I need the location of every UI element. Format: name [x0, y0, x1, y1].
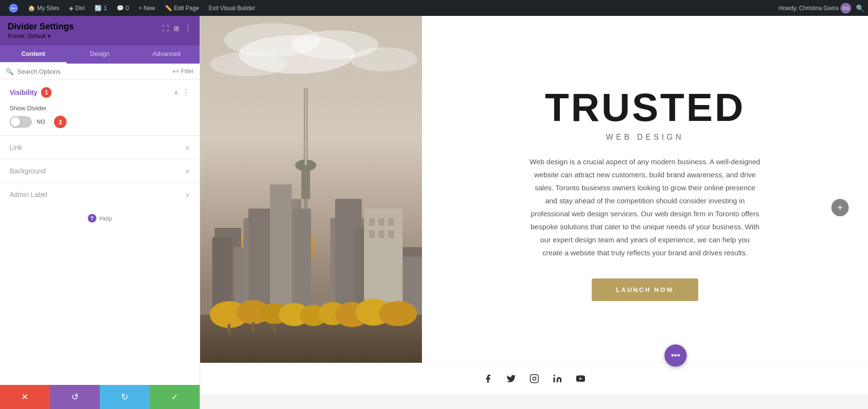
- cancel-icon: ✕: [21, 392, 28, 402]
- link-title: Link: [10, 144, 22, 151]
- tab-advanced[interactable]: Advanced: [133, 45, 200, 64]
- svg-rect-48: [273, 323, 276, 332]
- visibility-section-header[interactable]: Visibility 1 ∧ ⋮: [0, 79, 200, 103]
- floating-menu-button[interactable]: •••: [665, 344, 687, 367]
- exit-builder-label: Exit Visual Builder: [209, 5, 256, 12]
- show-divider-field: Show Divider NO 2: [0, 103, 200, 135]
- hero-subtitle: WEB DESIGN: [606, 133, 684, 142]
- my-sites-btn[interactable]: 🏠 My Sites: [23, 0, 64, 16]
- pencil-icon: ✏️: [165, 5, 172, 12]
- filter-label: + Filter: [176, 68, 194, 75]
- visibility-controls: ∧ ⋮: [174, 89, 190, 96]
- instagram-icon[interactable]: [529, 373, 540, 384]
- show-divider-label: Show Divider: [10, 105, 190, 112]
- search-input[interactable]: [17, 68, 168, 75]
- tab-design[interactable]: Design: [67, 45, 133, 64]
- youtube-icon[interactable]: [575, 373, 586, 384]
- collapse-icon[interactable]: ∧: [174, 89, 178, 96]
- hero-image: [200, 16, 422, 363]
- save-icon: ✓: [171, 392, 178, 402]
- user-greeting: Howdy, Christina Gwira: [779, 5, 839, 12]
- visibility-section: Visibility 1 ∧ ⋮ Show Divider: [0, 79, 200, 135]
- link-chevron-icon: ∨: [185, 144, 190, 151]
- svg-rect-47: [252, 322, 255, 332]
- link-section[interactable]: Link ∨: [0, 135, 200, 159]
- svg-point-1: [13, 7, 14, 9]
- visibility-title: Visibility 1: [10, 87, 52, 98]
- toggle-knob: [11, 117, 20, 127]
- svg-rect-35: [388, 230, 394, 238]
- divi-label: Divi: [75, 5, 85, 12]
- search-icon: 🔍: [6, 68, 14, 75]
- fullscreen-icon[interactable]: ⛶: [162, 25, 169, 32]
- filter-plus-icon: +: [172, 67, 176, 75]
- svg-rect-49: [530, 375, 538, 383]
- svg-rect-34: [379, 230, 384, 238]
- comment-count: 0: [126, 5, 129, 12]
- hero-text-side: TRUSTED WEB DESIGN Web design is a cruci…: [422, 16, 868, 363]
- section-menu-icon[interactable]: ⋮: [182, 89, 190, 96]
- visibility-badge: 1: [41, 87, 52, 98]
- twitter-icon[interactable]: [505, 373, 517, 384]
- update-count: 1: [104, 5, 107, 12]
- divi-btn[interactable]: ◈ Divi: [64, 0, 90, 16]
- svg-rect-46: [228, 324, 231, 334]
- social-bar: [200, 363, 868, 394]
- tabs-row: Content Design Advanced: [0, 45, 200, 64]
- add-element-button[interactable]: +: [831, 199, 849, 216]
- background-chevron-icon: ∨: [185, 168, 190, 175]
- search-icon[interactable]: 🔍: [856, 4, 864, 12]
- admin-label-section[interactable]: Admin Label ∨: [0, 183, 200, 206]
- admin-bar-right: Howdy, Christina Gwira CG 🔍: [779, 3, 864, 13]
- panel-title-group: Divider Settings Preset: Default ▾: [8, 22, 74, 40]
- hero-title: TRUSTED: [545, 88, 745, 127]
- toggle-row: NO 2: [10, 116, 190, 128]
- wp-icon: [9, 3, 18, 13]
- step-2-badge: 2: [54, 116, 67, 128]
- admin-label-chevron-icon: ∨: [185, 191, 190, 198]
- dots-icon: •••: [671, 351, 680, 361]
- svg-point-6: [350, 47, 417, 71]
- house-icon: 🏠: [28, 5, 35, 12]
- panel-preset[interactable]: Preset: Default ▾: [8, 33, 74, 40]
- help-row[interactable]: ? Help: [0, 206, 200, 230]
- background-section[interactable]: Background ∨: [0, 159, 200, 183]
- edit-page-btn[interactable]: ✏️ Edit Page: [160, 0, 204, 16]
- svg-rect-13: [305, 88, 307, 165]
- more-icon[interactable]: ⋮: [184, 24, 192, 33]
- search-bar: 🔍 + + Filter: [0, 64, 200, 79]
- left-panel: Divider Settings Preset: Default ▾ ⛶ ⊞ ⋮…: [0, 16, 200, 409]
- panel-content: Visibility 1 ∧ ⋮ Show Divider: [0, 79, 200, 385]
- bottom-buttons: ✕ ↺ ↻ ✓: [0, 385, 200, 409]
- svg-rect-11: [301, 170, 310, 199]
- filter-button[interactable]: + + Filter: [172, 67, 194, 75]
- launch-button[interactable]: LAUNCH NOW: [592, 278, 698, 301]
- linkedin-icon[interactable]: [552, 373, 563, 384]
- wp-logo-btn[interactable]: [4, 0, 23, 16]
- redo-button[interactable]: ↻: [100, 385, 150, 409]
- layout-icon[interactable]: ⊞: [174, 25, 179, 32]
- show-divider-toggle[interactable]: [10, 116, 32, 128]
- background-title: Background: [10, 167, 46, 175]
- my-sites-label: My Sites: [37, 5, 59, 12]
- tab-content[interactable]: Content: [0, 45, 67, 64]
- svg-rect-30: [369, 218, 375, 226]
- hero-description: Web design is a crucial aspect of any mo…: [529, 155, 761, 259]
- toggle-state-label: NO: [37, 119, 45, 125]
- new-label: + New: [138, 5, 155, 12]
- refresh-icon: 🔄: [95, 5, 102, 12]
- exit-builder-btn[interactable]: Exit Visual Builder: [204, 0, 260, 16]
- cancel-button[interactable]: ✕: [0, 385, 50, 409]
- help-icon: ?: [88, 214, 96, 223]
- svg-point-45: [379, 301, 417, 326]
- redo-icon: ↻: [121, 392, 128, 402]
- undo-icon: ↺: [71, 392, 79, 402]
- facebook-icon[interactable]: [482, 373, 494, 384]
- updates-btn[interactable]: 🔄 1: [90, 0, 112, 16]
- comments-btn[interactable]: 💬 0: [112, 0, 134, 16]
- header-icons: ⛶ ⊞ ⋮: [162, 24, 192, 33]
- save-button[interactable]: ✓: [150, 385, 200, 409]
- svg-rect-31: [379, 218, 384, 226]
- new-btn[interactable]: + New: [134, 0, 160, 16]
- undo-button[interactable]: ↺: [50, 385, 100, 409]
